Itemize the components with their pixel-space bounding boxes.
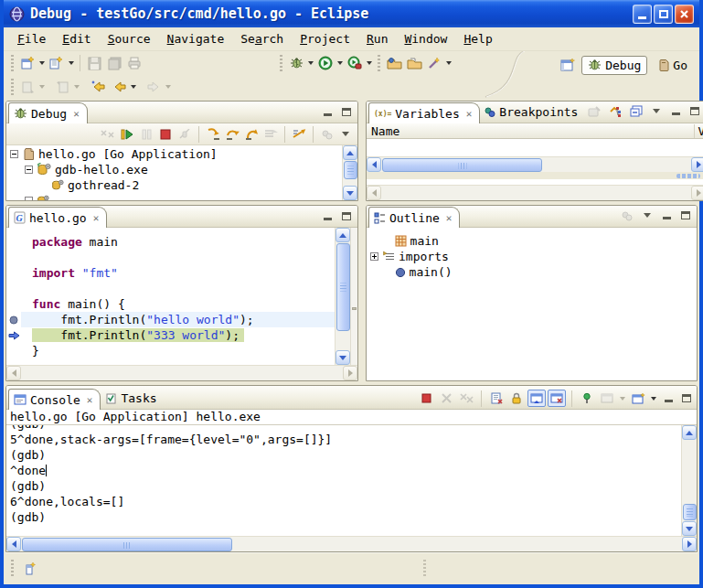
- vertical-sash[interactable]: [358, 101, 366, 201]
- code-editor[interactable]: package mainimport "fmt"func main() { fm…: [6, 228, 335, 365]
- console-hscrollbar[interactable]: [6, 536, 697, 551]
- debug-view-menu-button[interactable]: [337, 126, 354, 142]
- last-edit-location-button[interactable]: [89, 77, 109, 97]
- scroll-thumb[interactable]: [336, 243, 350, 331]
- debug-launch-dropdown[interactable]: [308, 61, 314, 65]
- debug-tree-row[interactable]: [6, 193, 342, 200]
- collapse-all-button[interactable]: [627, 102, 645, 120]
- outline-tree[interactable]: mainimportsmain(): [367, 228, 697, 380]
- scroll-thumb[interactable]: [22, 538, 232, 551]
- external-tools-button[interactable]: [345, 53, 365, 73]
- scroll-left-button[interactable]: [367, 157, 381, 172]
- tab-close-icon[interactable]: ✕: [446, 212, 453, 224]
- tree-expander[interactable]: [25, 166, 33, 174]
- code-line[interactable]: [6, 281, 335, 296]
- variables-minimize-button[interactable]: [667, 103, 684, 119]
- editor-maximize-button[interactable]: [338, 208, 355, 224]
- resume-button[interactable]: [118, 125, 136, 143]
- toolbar-drag-handle[interactable]: [280, 55, 282, 71]
- scroll-right-button[interactable]: [682, 537, 697, 551]
- new-wizard-dropdown[interactable]: [39, 61, 45, 65]
- code-line[interactable]: func main() {: [6, 296, 335, 312]
- menu-item-search[interactable]: Search: [232, 29, 292, 48]
- step-into-button[interactable]: [204, 125, 222, 143]
- search-wand-button[interactable]: [424, 53, 444, 73]
- debug-launch-tree[interactable]: hello.go [Go Application]gdb-hello.exego…: [6, 145, 342, 200]
- editor-hscrollbar[interactable]: [6, 365, 357, 380]
- run-launch-dropdown[interactable]: [337, 61, 343, 65]
- variables-view-menu-button[interactable]: [648, 103, 665, 119]
- tab-variables[interactable]: (x)= Variables ✕: [368, 102, 480, 123]
- outline-tree-row[interactable]: imports: [367, 249, 697, 264]
- debug-maximize-button[interactable]: [338, 104, 355, 120]
- tab-tasks[interactable]: Tasks: [101, 388, 164, 409]
- search-wand-dropdown[interactable]: [446, 61, 452, 65]
- code-line[interactable]: }: [6, 343, 335, 358]
- debug-tree-vscrollbar[interactable]: [342, 145, 357, 200]
- scroll-thumb[interactable]: [382, 158, 542, 172]
- back-button[interactable]: [109, 77, 129, 97]
- code-line[interactable]: package main: [6, 234, 335, 250]
- clear-console-button[interactable]: [487, 390, 506, 407]
- outline-minimize-button[interactable]: [658, 208, 675, 223]
- tree-expander[interactable]: [10, 150, 18, 158]
- show-stdout-button[interactable]: [527, 390, 546, 407]
- editor-vscrollbar[interactable]: [335, 228, 350, 365]
- debug-tree-row[interactable]: gothread-2: [6, 177, 342, 193]
- menu-item-source[interactable]: Source: [100, 29, 159, 48]
- outline-maximize-button[interactable]: [677, 208, 694, 223]
- show-logical-structure-button[interactable]: [606, 102, 624, 120]
- menu-item-run[interactable]: Run: [358, 29, 396, 48]
- console-terminate-button[interactable]: [417, 390, 435, 407]
- toolbar-drag-handle[interactable]: [11, 79, 14, 95]
- minimize-button[interactable]: [633, 5, 652, 24]
- pin-console-button[interactable]: [578, 390, 596, 407]
- tree-expander[interactable]: [25, 197, 33, 200]
- open-resource-button[interactable]: [404, 53, 424, 73]
- perspective-debug-button[interactable]: Debug: [581, 56, 647, 75]
- toolbar-drag-handle[interactable]: [378, 55, 380, 71]
- tab-debug[interactable]: Debug ✕: [8, 102, 88, 123]
- debug-minimize-button[interactable]: [319, 104, 336, 120]
- menu-item-navigate[interactable]: Navigate: [159, 29, 233, 48]
- tab-close-icon[interactable]: ✕: [87, 394, 93, 406]
- code-line[interactable]: fmt.Println("hello world");: [6, 312, 335, 327]
- outline-view-menu-button[interactable]: [639, 208, 655, 223]
- menu-item-project[interactable]: Project: [292, 29, 358, 48]
- column-value[interactable]: V: [695, 124, 703, 138]
- back-dropdown[interactable]: [131, 85, 136, 89]
- fast-view-button[interactable]: [21, 561, 39, 578]
- overview-ruler[interactable]: [350, 228, 357, 365]
- new-wizard-button[interactable]: [17, 53, 37, 73]
- scroll-down-button[interactable]: [682, 521, 697, 536]
- scroll-down-button[interactable]: [343, 186, 357, 200]
- menu-item-window[interactable]: Window: [396, 29, 455, 48]
- variables-hscrollbar[interactable]: [367, 156, 703, 172]
- scroll-right-button[interactable]: [691, 157, 703, 172]
- toolbar-drag-handle[interactable]: [11, 55, 14, 71]
- console-maximize-button[interactable]: [678, 390, 695, 406]
- close-button[interactable]: [675, 5, 694, 24]
- arrow-gutter-icon[interactable]: [6, 331, 21, 340]
- variables-table[interactable]: [367, 139, 703, 156]
- open-console-button[interactable]: [629, 390, 647, 407]
- tab-hello-go[interactable]: G hello.go ✕: [8, 207, 107, 228]
- scroll-thumb[interactable]: [683, 504, 697, 520]
- menu-item-edit[interactable]: Edit: [54, 29, 99, 48]
- scroll-up-button[interactable]: [336, 228, 350, 242]
- debug-launch-button[interactable]: [286, 53, 306, 73]
- external-tools-dropdown[interactable]: [367, 61, 372, 65]
- scroll-left-button[interactable]: [6, 537, 21, 551]
- step-over-button[interactable]: [223, 125, 241, 143]
- tree-expander[interactable]: [370, 252, 378, 261]
- scroll-thumb[interactable]: [344, 161, 357, 179]
- run-launch-button[interactable]: [315, 53, 336, 73]
- step-return-button[interactable]: [242, 125, 261, 143]
- vertical-sash[interactable]: [358, 205, 366, 381]
- tab-outline[interactable]: Outline ✕: [368, 207, 460, 228]
- code-line[interactable]: [6, 250, 335, 265]
- maximize-button[interactable]: [654, 5, 673, 24]
- scroll-down-button[interactable]: [336, 350, 350, 365]
- editor-minimize-button[interactable]: [319, 208, 336, 224]
- debug-tree-row[interactable]: hello.go [Go Application]: [6, 146, 342, 162]
